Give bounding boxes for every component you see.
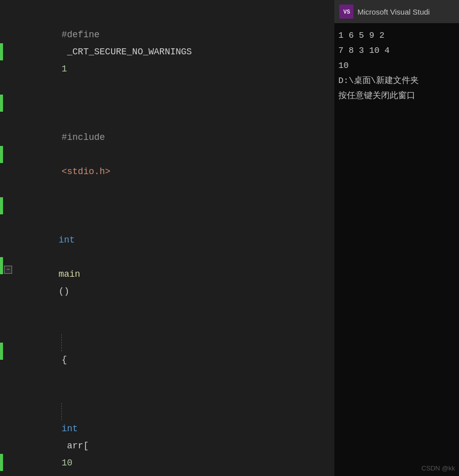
token: int — [58, 235, 74, 245]
code-text-4 — [16, 197, 334, 214]
token: { — [61, 355, 67, 365]
output-titlebar: VS Microsoft Visual Studi — [334, 0, 459, 23]
code-line-6: { — [0, 317, 334, 385]
output-line-2: 7 8 3 10 4 — [338, 43, 455, 58]
collapse-btn-5[interactable]: − — [3, 257, 13, 274]
code-text-5: int main () — [13, 214, 334, 317]
code-line-7: int arr[ 10 ] = { 0 }; — [0, 385, 334, 476]
token: main — [58, 269, 80, 279]
editor-area: #define _CRT_SECURE_NO_WARNINGS 1 #inclu… — [0, 0, 334, 476]
svg-text:VS: VS — [343, 9, 350, 15]
code-line-1: #define _CRT_SECURE_NO_WARNINGS 1 — [0, 9, 334, 95]
token — [58, 252, 64, 262]
token — [61, 149, 67, 160]
output-panel: VS Microsoft Visual Studi 1 6 5 9 2 7 8 … — [334, 0, 459, 476]
code-text-2 — [16, 95, 334, 112]
vs-icon: VS — [339, 5, 353, 19]
code-line-4 — [0, 197, 334, 214]
token: arr[ — [61, 441, 88, 451]
collapse-box-5[interactable]: − — [4, 266, 12, 274]
code-container: #define _CRT_SECURE_NO_WARNINGS 1 #inclu… — [0, 9, 334, 476]
gutter-bar-2 — [0, 95, 3, 112]
token: () — [58, 286, 69, 296]
vs-logo-svg: VS — [342, 7, 351, 16]
output-content: 1 6 5 9 2 7 8 3 10 4 10 D:\桌面\新建文件夹 按任意键… — [334, 23, 459, 109]
collapse-placeholder-1 — [3, 43, 16, 60]
token: _CRT_SECURE_NO_WARNINGS — [61, 47, 197, 57]
code-text-6: { — [16, 317, 334, 385]
output-line-1: 1 6 5 9 2 — [338, 28, 455, 43]
token: <stdio.h> — [61, 167, 110, 177]
code-line-2 — [0, 95, 334, 112]
token: 1 — [61, 64, 67, 74]
code-text-3: #include <stdio.h> — [16, 112, 334, 197]
gutter-bar-4 — [0, 197, 3, 214]
gutter-bar-6 — [0, 343, 3, 360]
token: int — [61, 424, 77, 434]
code-text-7: int arr[ 10 ] = { 0 }; — [16, 385, 334, 476]
gutter-bar-7 — [0, 454, 3, 471]
token — [61, 334, 62, 351]
vs-title: Microsoft Visual Studi — [357, 8, 430, 16]
csdn-watermark: CSDN @kk — [421, 464, 455, 472]
token: #define — [61, 30, 100, 40]
guide-spacer — [61, 403, 69, 420]
code-text-1: #define _CRT_SECURE_NO_WARNINGS 1 — [16, 9, 334, 95]
output-line-4: D:\桌面\新建文件夹 — [338, 73, 455, 89]
output-line-5: 按任意键关闭此窗口 — [338, 89, 455, 104]
code-line-5: − int main () — [0, 214, 334, 317]
output-line-3: 10 — [338, 58, 455, 73]
code-line-3: #include <stdio.h> — [0, 112, 334, 197]
token: #include — [61, 132, 105, 142]
token: 10 — [61, 458, 72, 468]
gutter-bar-3 — [0, 146, 3, 163]
